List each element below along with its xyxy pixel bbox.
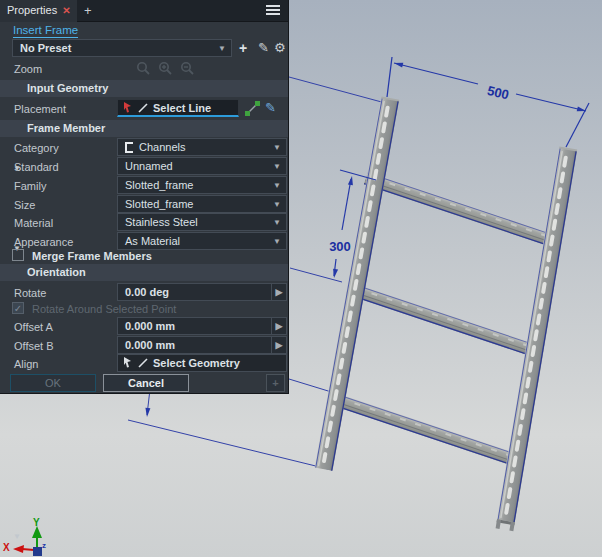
dim-arrow [394, 63, 403, 68]
size-dropdown[interactable]: Slotted_frame ▼ [117, 195, 287, 213]
chevron-down-icon: ▼ [273, 237, 281, 246]
z-axis-cube [33, 547, 42, 556]
properties-panel: Properties✕ + Insert Frame No Preset ▼ +… [0, 0, 289, 394]
rotate-around-point-label: Rotate Around Selected Point [32, 303, 176, 315]
dim-arrow [333, 269, 338, 278]
cursor-icon [123, 102, 133, 114]
add-panel-button[interactable]: + [266, 374, 285, 392]
insert-frame-link[interactable]: Insert Frame [13, 24, 78, 38]
preset-dropdown[interactable]: No Preset ▼ [12, 39, 232, 57]
size-value: Slotted_frame [125, 198, 193, 210]
category-label: Category [14, 142, 59, 154]
expression-arrow-icon[interactable]: ▶ [271, 284, 286, 300]
chevron-down-icon: ▼ [273, 181, 281, 190]
align-selector[interactable]: Select Geometry [117, 354, 287, 372]
expression-arrow-icon[interactable]: ▶ [271, 337, 286, 353]
section-label: Input Geometry [27, 82, 108, 94]
category-dropdown[interactable]: Channels ▼ [117, 138, 287, 156]
material-value: Stainless Steel [125, 216, 198, 228]
tab-properties[interactable]: Properties✕ [0, 0, 77, 22]
z-axis-label: z [42, 541, 46, 550]
material-dropdown[interactable]: Stainless Steel ▼ [117, 213, 287, 231]
section-label: Orientation [27, 266, 86, 278]
merge-frame-members-checkbox[interactable] [12, 249, 24, 261]
section-orientation[interactable]: ▼ Orientation [0, 264, 288, 281]
sketch-edit-icon[interactable]: ✎ [265, 100, 280, 115]
menu-icon[interactable] [266, 5, 280, 17]
line-endpoints-icon[interactable] [245, 101, 260, 116]
panel-tab-bar: Properties✕ + [0, 0, 288, 22]
frame-rung [346, 282, 536, 357]
y-axis-label: Y [33, 517, 40, 528]
family-value: Slotted_frame [125, 179, 193, 191]
hidden-dimension-arrow [145, 408, 150, 417]
offset-b-value: 0.000 mm [125, 339, 175, 351]
x-axis-cone [13, 545, 24, 553]
dimension-width-label[interactable]: 500 [486, 83, 511, 103]
section-input-geometry[interactable]: ▼ Input Geometry [0, 80, 288, 97]
expression-arrow-icon[interactable]: ▶ [271, 318, 286, 334]
add-tab-icon[interactable]: + [84, 3, 92, 18]
preset-value: No Preset [20, 42, 71, 54]
offset-b-label: Offset B [14, 340, 54, 352]
preset-settings-icon[interactable]: ⚙ [274, 40, 286, 55]
x-axis-label: X [3, 542, 10, 553]
dim-arrow [577, 106, 586, 111]
frame-rung [329, 392, 519, 467]
rotate-input[interactable]: 0.00 deg ▶ [117, 283, 287, 301]
offset-a-value: 0.000 mm [125, 320, 175, 332]
offset-a-label: Offset A [14, 321, 53, 333]
line-segment-icon [138, 103, 148, 113]
standard-value: Unnamed [125, 160, 173, 172]
chevron-down-icon: ▼ [273, 162, 281, 171]
align-label: Align [14, 358, 38, 370]
add-preset-icon[interactable]: + [239, 40, 247, 56]
channel-icon [125, 142, 133, 153]
chevron-down-icon: ▼ [273, 218, 281, 227]
rotate-label: Rotate [14, 287, 46, 299]
appearance-value: As Material [125, 235, 180, 247]
family-dropdown[interactable]: Slotted_frame ▼ [117, 176, 287, 194]
frame-rung [364, 172, 554, 247]
standard-label: Standard [14, 161, 59, 173]
placement-label: Placement [14, 103, 66, 115]
zoom-label: Zoom [14, 63, 42, 75]
frame-model[interactable] [315, 96, 577, 531]
merge-frame-members-label: Merge Frame Members [32, 250, 152, 262]
rotate-around-point-checkbox: ✓ [12, 302, 24, 314]
offset-a-input[interactable]: 0.000 mm ▶ [117, 317, 287, 335]
category-value: Channels [139, 141, 185, 153]
appearance-dropdown[interactable]: As Material ▼ [117, 232, 287, 250]
section-label: Frame Member [27, 122, 105, 134]
placement-selector[interactable]: Select Line [117, 99, 239, 117]
section-frame-member[interactable]: ▼ Frame Member [0, 120, 288, 137]
chevron-down-icon: ▼ [273, 200, 281, 209]
collapse-icon: ▼ [13, 532, 21, 541]
size-label: Size [14, 199, 35, 211]
cancel-button[interactable]: Cancel [103, 374, 189, 392]
line-segment-icon [138, 358, 148, 368]
dimension-width[interactable] [387, 57, 589, 147]
rotate-value: 0.00 deg [125, 286, 169, 298]
offset-b-input[interactable]: 0.000 mm ▶ [117, 336, 287, 354]
family-label: Family [14, 180, 46, 192]
material-label: Material [14, 217, 53, 229]
ok-button[interactable]: OK [10, 374, 96, 392]
appearance-label: Appearance [14, 236, 73, 248]
standard-dropdown[interactable]: Unnamed ▼ [117, 157, 287, 175]
axis-triad: Y X z [3, 517, 46, 556]
align-value: Select Geometry [153, 357, 240, 369]
edit-preset-icon[interactable]: ✎ [258, 40, 269, 55]
chevron-down-icon: ▼ [273, 143, 281, 152]
tab-properties-label: Properties [7, 4, 57, 16]
zoom-in-icon[interactable] [158, 61, 173, 76]
close-icon[interactable]: ✕ [62, 5, 70, 16]
dimension-spacing-label[interactable]: 300 [329, 239, 351, 254]
dim-arrow [348, 176, 353, 185]
zoom-icon[interactable] [136, 61, 151, 76]
zoom-out-icon[interactable] [180, 61, 195, 76]
cursor-icon [123, 357, 133, 369]
placement-value: Select Line [153, 102, 211, 114]
chevron-down-icon: ▼ [218, 44, 226, 53]
